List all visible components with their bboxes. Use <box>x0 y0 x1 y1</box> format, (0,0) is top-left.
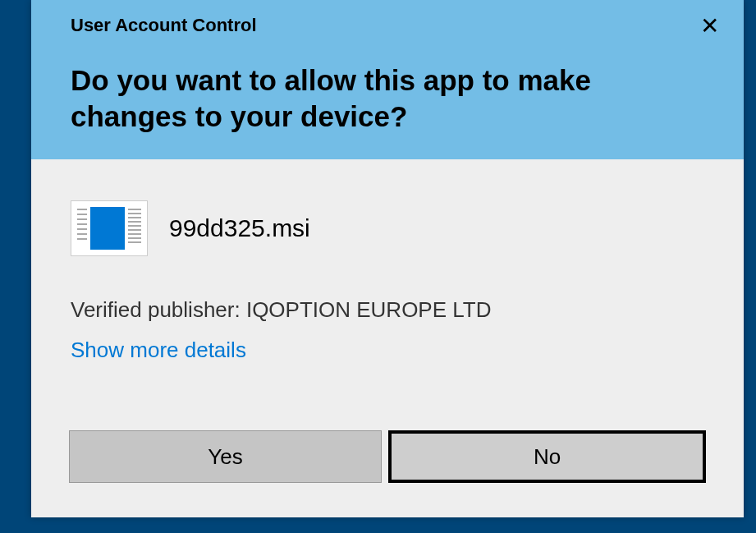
dialog-title: User Account Control <box>71 15 711 36</box>
installer-icon <box>71 200 148 256</box>
no-button[interactable]: No <box>388 430 706 483</box>
dialog-header: User Account Control ✕ Do you want to al… <box>31 0 744 159</box>
uac-dialog: User Account Control ✕ Do you want to al… <box>31 0 744 517</box>
app-filename: 99dd325.msi <box>169 214 310 242</box>
dialog-body: 99dd325.msi Verified publisher: IQOPTION… <box>31 159 744 379</box>
close-icon: ✕ <box>700 13 719 39</box>
app-info-row: 99dd325.msi <box>71 200 704 256</box>
close-button[interactable]: ✕ <box>700 15 719 38</box>
dialog-question: Do you want to allow this app to make ch… <box>71 62 711 135</box>
publisher-label: Verified publisher: IQOPTION EUROPE LTD <box>71 297 704 323</box>
show-more-details-link[interactable]: Show more details <box>71 338 246 363</box>
yes-button[interactable]: Yes <box>69 430 382 483</box>
dialog-buttons: Yes No <box>31 430 744 483</box>
